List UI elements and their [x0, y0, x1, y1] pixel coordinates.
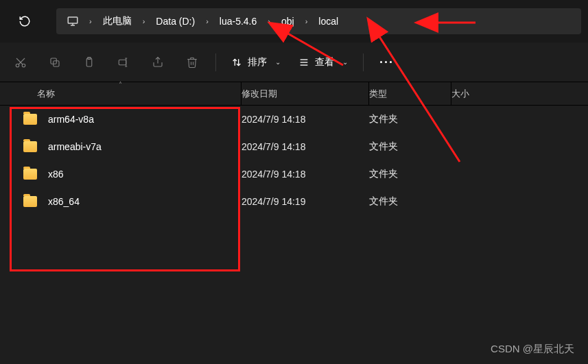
divider: [215, 53, 216, 71]
sort-label: 排序: [248, 56, 267, 69]
view-icon: [298, 57, 309, 68]
watermark: CSDN @星辰北天: [491, 343, 574, 356]
chevron-down-icon: ⌄: [342, 58, 348, 66]
toolbar: 排序 ⌄ 查看 ⌄: [0, 43, 588, 82]
file-type: 文件夹: [369, 168, 451, 180]
delete-button[interactable]: [177, 47, 207, 77]
view-label: 查看: [315, 56, 334, 69]
file-name: x86: [48, 169, 64, 180]
crumb-data-d[interactable]: Data (D:): [152, 13, 199, 29]
rename-button[interactable]: [108, 47, 139, 77]
svg-rect-0: [68, 17, 78, 23]
folder-icon: [23, 141, 37, 152]
file-list: arm64-v8a 2024/7/9 14:18 文件夹 armeabi-v7a…: [0, 106, 588, 215]
header-size[interactable]: 大小: [451, 88, 588, 100]
crumb-obj[interactable]: obj: [277, 13, 298, 29]
folder-icon: [23, 196, 37, 207]
chevron-right-icon: ›: [261, 17, 277, 25]
list-item[interactable]: armeabi-v7a 2024/7/9 14:18 文件夹: [0, 133, 588, 160]
file-type: 文件夹: [369, 141, 451, 153]
more-button[interactable]: [372, 57, 400, 67]
file-date: 2024/7/9 14:19: [242, 196, 369, 207]
dot-icon: [380, 61, 382, 63]
sort-asc-icon: ˄: [119, 81, 122, 88]
dot-icon: [385, 61, 387, 63]
breadcrumb[interactable]: › 此电脑 › Data (D:) › lua-5.4.6 › obj › lo…: [56, 8, 581, 34]
paste-button[interactable]: [74, 47, 104, 77]
svg-rect-11: [119, 60, 126, 65]
chevron-down-icon: ⌄: [275, 58, 281, 66]
crumb-local[interactable]: local: [314, 13, 342, 29]
copy-button[interactable]: [40, 47, 70, 77]
folder-icon: [23, 169, 37, 180]
column-headers: ˄ 名称 修改日期 类型 大小: [0, 82, 588, 106]
crumb-this-pc[interactable]: 此电脑: [99, 12, 136, 30]
list-item[interactable]: x86_64 2024/7/9 14:19 文件夹: [0, 188, 588, 215]
share-button[interactable]: [143, 47, 173, 77]
file-date: 2024/7/9 14:18: [242, 141, 369, 152]
trash-icon: [186, 56, 198, 69]
file-name: x86_64: [48, 196, 80, 207]
header-date-label: 修改日期: [242, 88, 277, 100]
header-name[interactable]: ˄ 名称: [0, 82, 242, 105]
crumb-lua[interactable]: lua-5.4.6: [215, 13, 261, 29]
share-icon: [152, 56, 164, 69]
file-type: 文件夹: [369, 195, 451, 208]
header-date[interactable]: 修改日期: [242, 82, 369, 105]
file-name: arm64-v8a: [48, 114, 94, 125]
paste-icon: [83, 56, 95, 69]
rename-icon: [117, 56, 130, 69]
address-bar: › 此电脑 › Data (D:) › lua-5.4.6 › obj › lo…: [0, 0, 588, 43]
dot-icon: [390, 61, 392, 63]
sort-icon: [231, 57, 242, 68]
view-button[interactable]: 查看 ⌄: [292, 52, 355, 73]
header-type[interactable]: 类型: [369, 82, 451, 105]
cut-button[interactable]: [5, 47, 36, 77]
chevron-right-icon: ›: [136, 17, 152, 25]
divider: [363, 53, 364, 71]
header-name-label: 名称: [37, 88, 55, 100]
file-date: 2024/7/9 14:18: [242, 114, 369, 125]
refresh-icon: [19, 15, 31, 27]
header-type-label: 类型: [369, 88, 387, 100]
list-item[interactable]: x86 2024/7/9 14:18 文件夹: [0, 160, 588, 188]
chevron-right-icon: ›: [298, 17, 315, 25]
sort-button[interactable]: 排序 ⌄: [224, 52, 287, 73]
file-type: 文件夹: [369, 113, 451, 125]
copy-icon: [49, 56, 61, 69]
cut-icon: [14, 56, 27, 69]
chevron-right-icon: ›: [199, 17, 215, 25]
refresh-button[interactable]: [11, 8, 38, 35]
list-item[interactable]: arm64-v8a 2024/7/9 14:18 文件夹: [0, 106, 588, 133]
header-size-label: 大小: [451, 88, 469, 99]
monitor-icon: [63, 12, 82, 31]
chevron-right-icon: ›: [82, 17, 99, 25]
folder-icon: [23, 114, 37, 125]
file-name: armeabi-v7a: [48, 141, 102, 152]
file-date: 2024/7/9 14:18: [242, 169, 369, 180]
